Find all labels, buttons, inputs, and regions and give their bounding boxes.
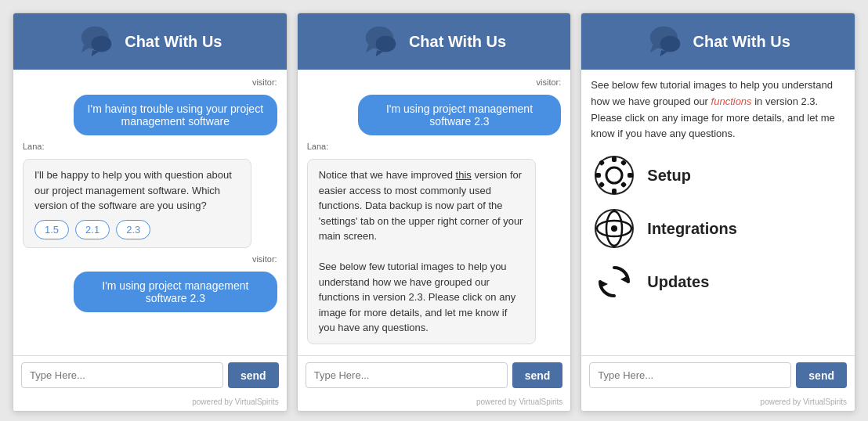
visitor-bubble-1b: I'm using project management software 2.… [74, 272, 277, 312]
chat-input-2[interactable] [306, 362, 508, 388]
tutorial-item-setup[interactable]: Setup [594, 155, 842, 196]
chat-footer-2: send [298, 355, 571, 394]
agent-label-1a: Lana: [23, 142, 277, 151]
visitor-bubble-1a: I'm having trouble using your project ma… [74, 95, 277, 135]
chat-widget-2: Chat With Us visitor: I'm using project … [297, 13, 572, 412]
svg-marker-5 [366, 45, 376, 53]
powered-by-3: powered by VirtualSpirits [581, 394, 855, 411]
chat-footer-3: send [581, 355, 855, 394]
chat-widget-3: Chat With Us See below few tutorial imag… [580, 13, 855, 412]
tutorial-item-integrations[interactable]: Integrations [594, 208, 842, 249]
chat-header-1: Chat With Us [13, 13, 287, 70]
visitor-label-1a: visitor: [23, 77, 277, 87]
svg-point-13 [606, 167, 622, 183]
version-btn-23[interactable]: 2.3 [116, 220, 150, 239]
svg-rect-15 [612, 189, 617, 194]
setup-label: Setup [647, 167, 691, 185]
svg-marker-27 [600, 280, 608, 288]
svg-marker-1 [81, 45, 92, 53]
chat-header-3: Chat With Us [581, 13, 855, 70]
chat-header-2: Chat With Us [298, 13, 571, 70]
version-btn-21[interactable]: 2.1 [75, 220, 110, 239]
svg-marker-26 [620, 275, 628, 283]
send-button-2[interactable]: send [512, 362, 563, 388]
version-buttons: 1.5 2.1 2.3 [34, 220, 240, 239]
visitor-label-1b: visitor: [23, 254, 277, 264]
chat-body-3[interactable]: See below few tutorial images to help yo… [581, 70, 855, 355]
chat-widget-1: Chat With Us visitor: I'm having trouble… [13, 13, 288, 412]
powered-by-2: powered by VirtualSpirits [298, 394, 571, 411]
chat-title-3: Chat With Us [693, 33, 790, 51]
svg-point-6 [375, 36, 396, 52]
svg-rect-17 [627, 173, 633, 178]
chat-footer-1: send [13, 355, 287, 394]
chat-body-1[interactable]: visitor: I'm having trouble using your p… [13, 70, 287, 355]
version-btn-15[interactable]: 1.5 [34, 220, 69, 239]
svg-rect-21 [620, 182, 627, 188]
send-button-1[interactable]: send [228, 362, 279, 388]
agent-bubble-1a: I'll be happy to help you with question … [23, 159, 251, 248]
setup-icon [594, 155, 635, 196]
visitor-bubble-2a: I'm using project management software 2.… [358, 95, 562, 135]
tutorial-item-updates[interactable]: Updates [594, 261, 842, 302]
integrations-icon [594, 208, 635, 249]
agent-bubble-2a: Notice that we have improved this versio… [307, 159, 536, 344]
updates-icon [594, 261, 635, 302]
chat-body-2[interactable]: visitor: I'm using project management so… [298, 70, 571, 355]
chat-bubble-icon-1 [78, 23, 115, 60]
chat-bubble-icon-3 [646, 23, 684, 60]
svg-point-2 [92, 36, 112, 52]
svg-marker-9 [649, 45, 660, 53]
chat-title-1: Chat With Us [125, 33, 222, 51]
updates-label: Updates [647, 273, 709, 291]
chat-bubble-icon-2 [362, 23, 400, 60]
chat-input-1[interactable] [21, 362, 223, 388]
svg-rect-16 [595, 173, 601, 178]
visitor-label-2a: visitor: [307, 77, 562, 87]
svg-point-10 [660, 36, 680, 52]
chat-input-3[interactable] [589, 362, 791, 388]
tutorial-items: Setup Integrations [591, 149, 845, 308]
agent-label-2a: Lana: [307, 142, 562, 151]
chat-title-2: Chat With Us [409, 33, 506, 51]
powered-by-1: powered by VirtualSpirits [13, 394, 287, 411]
svg-rect-14 [612, 157, 617, 162]
integrations-label: Integrations [647, 220, 736, 238]
tutorial-intro-text: See below few tutorial images to help yo… [591, 77, 845, 142]
svg-point-25 [611, 225, 617, 232]
send-button-3[interactable]: send [796, 362, 847, 388]
